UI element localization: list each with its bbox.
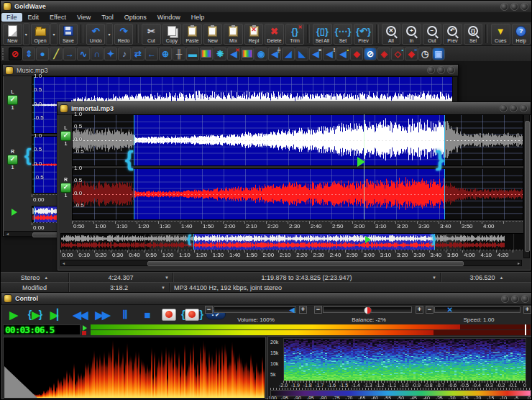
left-channel-toggle[interactable]: L ✓ 1 <box>60 125 71 147</box>
volume-minus-button[interactable]: − <box>205 306 213 314</box>
zoom-out-button[interactable]: −Out <box>423 24 442 45</box>
selection-cell[interactable]: 1:19.878 to 3:43.825 (2:23.947)▼ <box>173 273 441 283</box>
open-file-button[interactable]: Open <box>31 24 50 45</box>
length-cell[interactable]: 4:24.307▼ <box>69 273 173 283</box>
immortal-overview-ruler[interactable]: 0:000:100:200:300:400:501:001:101:201:30… <box>60 250 528 260</box>
cue-points-button[interactable]: ▼Cues <box>491 24 510 45</box>
toolbar-grip[interactable] <box>2 48 6 60</box>
menu-item-edit[interactable]: Edit <box>23 13 45 22</box>
menu-item-file[interactable]: File <box>1 13 22 22</box>
music-titlebar[interactable]: Music.mp3 <box>3 65 458 76</box>
check-icon[interactable]: ✓ <box>60 131 71 141</box>
delete-button[interactable]: ✖Delete <box>265 24 284 45</box>
volume-equalize-icon[interactable]: ◀= <box>309 47 322 60</box>
minimize-button[interactable] <box>500 104 508 112</box>
right-channel-toggle[interactable]: R ✓ 1 <box>60 177 71 199</box>
speed-minus-button[interactable]: − <box>426 306 434 314</box>
open-file-dropdown-icon[interactable]: ▾ <box>50 23 57 45</box>
control-window[interactable]: Control ▶{▶}▶▏◀◀▶▶Ⅱ■{}• ✔ − ◀ + Volume: … <box>1 292 532 400</box>
menu-item-options[interactable]: Options <box>119 13 152 22</box>
select-all-button[interactable]: {▯}Sel All <box>313 24 332 45</box>
fade-out-icon[interactable]: ◣ <box>295 47 308 60</box>
match-volume-icon[interactable]: ◀┿ <box>268 47 281 60</box>
fade-in-icon[interactable]: ◢ <box>282 47 295 60</box>
dropdown-icon[interactable]: ▼ <box>161 286 165 290</box>
new-file-button[interactable]: New <box>3 24 22 45</box>
dynamics-icon[interactable]: ⊕ <box>159 47 172 60</box>
maximize-button[interactable] <box>511 295 519 303</box>
mechanize-icon[interactable]: ◈ <box>377 47 390 60</box>
effects-disabled-icon[interactable]: ⊘ <box>9 47 22 60</box>
close-button[interactable] <box>447 66 455 74</box>
spectrum-filter-icon[interactable] <box>241 47 254 60</box>
speed-plus-button[interactable]: + <box>523 306 531 314</box>
scroll-right-icon[interactable]: ▸ <box>516 261 521 265</box>
balance-handle[interactable] <box>364 306 372 314</box>
time-warp-icon[interactable]: ← <box>145 47 158 60</box>
time-display[interactable]: 00:03:06.5 <box>3 324 81 335</box>
level-meter-right[interactable] <box>91 330 531 335</box>
maximize-button[interactable] <box>510 3 518 11</box>
scroll-thumb[interactable] <box>525 121 530 252</box>
copy-button[interactable]: Copy <box>162 24 182 45</box>
immortal-titlebar[interactable]: Immortal.mp3 <box>58 102 531 115</box>
stop-button[interactable]: ■ <box>137 306 157 323</box>
position-cell[interactable]: 3:06.520▲ <box>441 273 532 283</box>
up-arrow-icon[interactable]: ▲ <box>500 276 504 280</box>
zoom-in-button[interactable]: +In <box>402 24 421 45</box>
record-button[interactable] <box>159 306 179 323</box>
slope-icon[interactable]: ╱ <box>50 47 63 60</box>
redo-button[interactable]: ↷Redo <box>114 24 134 45</box>
cut-button[interactable]: ✂Cut <box>142 24 161 45</box>
overview-start-bracket[interactable]: { <box>187 233 191 246</box>
zoom-selection-button[interactable]: {}Sel <box>464 24 483 45</box>
set-selection-button[interactable]: {⋯}Set <box>334 24 353 45</box>
record-selection-button[interactable]: {} <box>181 306 203 323</box>
up-arrow-icon[interactable]: ▲ <box>44 276 48 280</box>
playback-marker[interactable] <box>357 157 365 167</box>
echo-icon[interactable]: ✦ <box>104 47 117 60</box>
paste-new-file-button[interactable]: ▫New <box>203 24 223 45</box>
fast-forward-button[interactable]: ▶▶ <box>92 306 112 323</box>
voice-over-icon[interactable]: ▣ <box>432 47 445 60</box>
immortal-right-waveform[interactable] <box>72 168 523 220</box>
main-titlebar[interactable]: GoldWave <box>1 1 531 13</box>
undo-dropdown-icon[interactable]: ▾ <box>106 23 112 45</box>
level-meter-left[interactable] <box>91 324 531 329</box>
channel-mode-cell[interactable]: Stereo▲ <box>1 273 69 283</box>
filter-icon[interactable]: ╫ <box>173 47 185 60</box>
pan-icon[interactable]: ◆ <box>350 47 363 60</box>
speaker-icon[interactable]: ◀ <box>289 306 295 314</box>
help-button[interactable]: ?Help <box>512 24 531 45</box>
loudness-icon[interactable]: ◀! <box>323 47 336 60</box>
menu-item-effect[interactable]: Effect <box>45 13 71 22</box>
pause-button[interactable]: Ⅱ <box>114 306 134 323</box>
shape-volume-icon[interactable]: ⇕ <box>22 47 35 60</box>
doppler-icon[interactable]: ● <box>36 47 49 60</box>
selection-end-bracket[interactable]: } <box>436 147 444 171</box>
minimize-button[interactable] <box>500 3 508 11</box>
overview-end-bracket[interactable]: } <box>431 233 436 246</box>
channel-exchange-icon[interactable]: ⇄ <box>132 47 145 60</box>
scroll-left-icon[interactable]: ◂ <box>5 232 10 236</box>
offset-icon[interactable]: → <box>63 47 76 60</box>
trim-button[interactable]: {}✕Trim <box>285 24 305 45</box>
check-icon[interactable]: ✓ <box>60 183 71 193</box>
overview-play-marker[interactable] <box>12 209 17 216</box>
check-icon[interactable]: ✓ <box>7 155 18 165</box>
check-icon[interactable]: ✓ <box>7 95 18 105</box>
scroll-thumb[interactable] <box>147 261 464 266</box>
mix-button[interactable]: +Mix <box>224 24 243 45</box>
interpolate-icon[interactable]: ❋ <box>214 47 226 60</box>
zoom-all-button[interactable]: ✕All <box>382 24 401 45</box>
minimize-button[interactable] <box>427 66 435 74</box>
save-file-button[interactable]: Save <box>59 24 78 45</box>
scroll-left-icon[interactable]: ◂ <box>61 261 66 265</box>
balance-plus-button[interactable]: + <box>416 306 423 314</box>
immortal-vertical-scrollbar[interactable] <box>523 114 530 258</box>
close-button[interactable] <box>521 295 529 303</box>
spectrum-flame-visual[interactable] <box>4 338 265 398</box>
right-channel-toggle[interactable]: R ✓ 1 <box>7 149 18 171</box>
max-volume-icon[interactable]: ◉ <box>254 47 267 60</box>
volume-point-icon[interactable]: ◀• <box>336 47 349 60</box>
